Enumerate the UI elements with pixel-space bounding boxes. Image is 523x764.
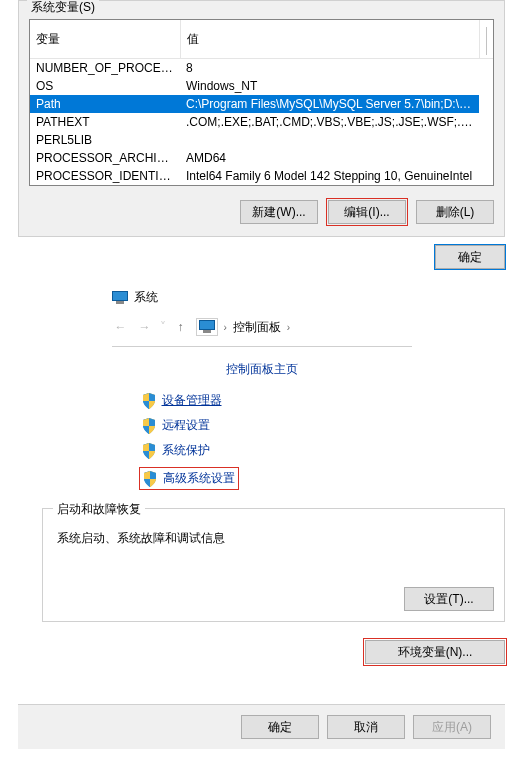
table-row[interactable]: PATHEXT.COM;.EXE;.BAT;.CMD;.VBS;.VBE;.JS… (30, 113, 493, 131)
var-name: PROCESSOR_ARCHITECT... (30, 149, 180, 167)
var-name: Path (30, 95, 180, 113)
delete-button[interactable]: 删除(L) (416, 200, 494, 224)
startup-desc: 系统启动、系统故障和调试信息 (57, 530, 494, 547)
breadcrumb-path[interactable] (196, 318, 218, 336)
chevron-right-icon: › (224, 322, 227, 333)
system-icon (112, 291, 128, 305)
var-value: 8 (180, 59, 479, 78)
table-row[interactable]: PROCESSOR_ARCHITECT...AMD64 (30, 149, 493, 167)
table-row[interactable]: PathC:\Program Files\MySQL\MySQL Server … (30, 95, 493, 113)
scroll-thumb[interactable] (486, 27, 488, 55)
sidebar-link[interactable]: 设备管理器 (162, 392, 222, 409)
var-value: Intel64 Family 6 Model 142 Stepping 10, … (180, 167, 479, 185)
var-name: PATHEXT (30, 113, 180, 131)
table-row[interactable]: PROCESSOR_IDENTIFIERIntel64 Family 6 Mod… (30, 167, 493, 185)
var-value: .COM;.EXE;.BAT;.CMD;.VBS;.VBE;.JS;.JSE;.… (180, 113, 479, 131)
edit-button[interactable]: 编辑(I)... (328, 200, 406, 224)
group-label: 启动和故障恢复 (53, 501, 145, 518)
sidebar-link[interactable]: 高级系统设置 (163, 470, 235, 487)
breadcrumb-item[interactable]: 控制面板 (233, 319, 281, 336)
cp-home-label[interactable]: 控制面板主页 (112, 361, 412, 378)
col-header-name[interactable]: 变量 (30, 20, 180, 59)
col-header-value[interactable]: 值 (180, 20, 479, 59)
shield-icon (143, 471, 157, 487)
cp-title: 系统 (134, 289, 158, 306)
control-panel-section: 系统 ← → ˅ ↑ › 控制面板 › 控制面板主页 设备管理器远程设置系统保护… (112, 287, 412, 490)
table-row[interactable]: PERL5LIB (30, 131, 493, 149)
shield-icon (142, 393, 156, 409)
apply-button[interactable]: 应用(A) (413, 715, 491, 739)
sidebar-link-item: 远程设置 (142, 417, 412, 434)
cp-header: 系统 (112, 287, 412, 312)
system-variables-table[interactable]: 变量 值 NUMBER_OF_PROCESSORS8OSWindows_NTPa… (30, 20, 493, 185)
environment-variables-button[interactable]: 环境变量(N)... (365, 640, 505, 664)
link-list: 设备管理器远程设置系统保护高级系统设置 (112, 392, 412, 490)
var-value: Windows_NT (180, 77, 479, 95)
var-value (180, 131, 479, 149)
sidebar-link[interactable]: 系统保护 (162, 442, 210, 459)
sidebar-link[interactable]: 远程设置 (162, 417, 210, 434)
cancel-button[interactable]: 取消 (327, 715, 405, 739)
path-system-icon (199, 320, 215, 334)
var-name: PERL5LIB (30, 131, 180, 149)
group-label: 系统变量(S) (27, 0, 99, 16)
sidebar-link-item: 设备管理器 (142, 392, 412, 409)
scrollbar[interactable] (479, 20, 493, 59)
var-name: PROCESSOR_IDENTIFIER (30, 167, 180, 185)
system-variables-group: 系统变量(S) 变量 值 NUMBER_OF_PROCESSORS8OSWind… (18, 0, 505, 237)
nav-forward-icon: → (136, 318, 154, 336)
table-row[interactable]: NUMBER_OF_PROCESSORS8 (30, 59, 493, 78)
shield-icon (142, 443, 156, 459)
system-variables-table-wrap: 变量 值 NUMBER_OF_PROCESSORS8OSWindows_NTPa… (29, 19, 494, 186)
settings-button[interactable]: 设置(T)... (404, 587, 494, 611)
shield-icon (142, 418, 156, 434)
var-name: OS (30, 77, 180, 95)
startup-recovery-group: 启动和故障恢复 系统启动、系统故障和调试信息 设置(T)... (42, 508, 505, 622)
table-row[interactable]: OSWindows_NT (30, 77, 493, 95)
chevron-right-icon: › (287, 322, 290, 333)
breadcrumb: ← → ˅ ↑ › 控制面板 › (112, 312, 412, 347)
var-value: C:\Program Files\MySQL\MySQL Server 5.7\… (180, 95, 479, 113)
var-name: NUMBER_OF_PROCESSORS (30, 59, 180, 78)
sidebar-link-item: 高级系统设置 (139, 467, 239, 490)
dialog-button-row: 确定 取消 应用(A) (18, 704, 505, 749)
var-value: AMD64 (180, 149, 479, 167)
ok-button[interactable]: 确定 (241, 715, 319, 739)
new-button[interactable]: 新建(W)... (240, 200, 318, 224)
nav-up-icon[interactable]: ↑ (172, 318, 190, 336)
sidebar-link-item: 系统保护 (142, 442, 412, 459)
nav-back-icon[interactable]: ← (112, 318, 130, 336)
ok-button[interactable]: 确定 (435, 245, 505, 269)
nav-dropdown-icon[interactable]: ˅ (160, 320, 166, 334)
